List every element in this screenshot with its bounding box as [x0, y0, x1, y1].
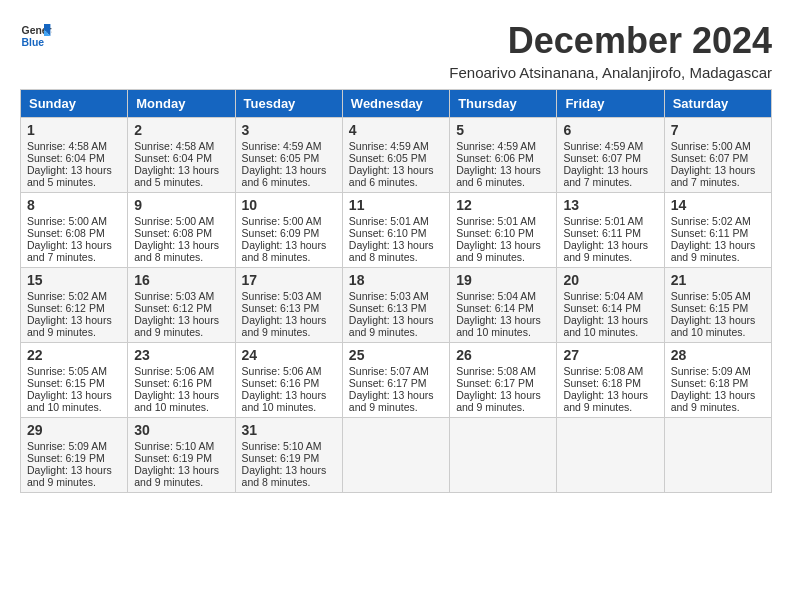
daylight-label: Daylight: 13 hours and 5 minutes. — [134, 164, 219, 188]
day-number: 28 — [671, 347, 765, 363]
header-tuesday: Tuesday — [235, 90, 342, 118]
sunset-label: Sunset: 6:05 PM — [242, 152, 320, 164]
logo: General Blue — [20, 20, 52, 52]
sunrise-label: Sunrise: 4:58 AM — [134, 140, 214, 152]
calendar-week-row: 15 Sunrise: 5:02 AM Sunset: 6:12 PM Dayl… — [21, 268, 772, 343]
day-number: 12 — [456, 197, 550, 213]
sunset-label: Sunset: 6:14 PM — [456, 302, 534, 314]
sunrise-label: Sunrise: 5:05 AM — [671, 290, 751, 302]
daylight-label: Daylight: 13 hours and 10 minutes. — [563, 314, 648, 338]
day-cell-8: 8 Sunrise: 5:00 AM Sunset: 6:08 PM Dayli… — [21, 193, 128, 268]
sunrise-label: Sunrise: 5:09 AM — [27, 440, 107, 452]
location-title: Fenoarivo Atsinanana, Analanjirofo, Mada… — [449, 64, 772, 81]
daylight-label: Daylight: 13 hours and 7 minutes. — [563, 164, 648, 188]
daylight-label: Daylight: 13 hours and 9 minutes. — [563, 389, 648, 413]
sunrise-label: Sunrise: 5:00 AM — [242, 215, 322, 227]
day-cell-10: 10 Sunrise: 5:00 AM Sunset: 6:09 PM Dayl… — [235, 193, 342, 268]
sunset-label: Sunset: 6:15 PM — [27, 377, 105, 389]
sunrise-label: Sunrise: 5:10 AM — [242, 440, 322, 452]
daylight-label: Daylight: 13 hours and 10 minutes. — [27, 389, 112, 413]
sunset-label: Sunset: 6:18 PM — [671, 377, 749, 389]
day-number: 11 — [349, 197, 443, 213]
title-area: December 2024 Fenoarivo Atsinanana, Anal… — [449, 20, 772, 81]
sunrise-label: Sunrise: 5:02 AM — [671, 215, 751, 227]
sunset-label: Sunset: 6:04 PM — [27, 152, 105, 164]
sunset-label: Sunset: 6:19 PM — [134, 452, 212, 464]
day-cell-9: 9 Sunrise: 5:00 AM Sunset: 6:08 PM Dayli… — [128, 193, 235, 268]
day-cell-26: 26 Sunrise: 5:08 AM Sunset: 6:17 PM Dayl… — [450, 343, 557, 418]
header-saturday: Saturday — [664, 90, 771, 118]
day-number: 31 — [242, 422, 336, 438]
sunset-label: Sunset: 6:11 PM — [671, 227, 749, 239]
daylight-label: Daylight: 13 hours and 8 minutes. — [349, 239, 434, 263]
day-cell-31: 31 Sunrise: 5:10 AM Sunset: 6:19 PM Dayl… — [235, 418, 342, 493]
sunrise-label: Sunrise: 4:58 AM — [27, 140, 107, 152]
day-number: 4 — [349, 122, 443, 138]
daylight-label: Daylight: 13 hours and 6 minutes. — [349, 164, 434, 188]
sunrise-label: Sunrise: 5:06 AM — [134, 365, 214, 377]
sunrise-label: Sunrise: 4:59 AM — [242, 140, 322, 152]
sunrise-label: Sunrise: 5:04 AM — [563, 290, 643, 302]
sunrise-label: Sunrise: 4:59 AM — [349, 140, 429, 152]
empty-cell — [342, 418, 449, 493]
sunset-label: Sunset: 6:12 PM — [27, 302, 105, 314]
daylight-label: Daylight: 13 hours and 9 minutes. — [456, 239, 541, 263]
sunset-label: Sunset: 6:12 PM — [134, 302, 212, 314]
daylight-label: Daylight: 13 hours and 9 minutes. — [27, 464, 112, 488]
daylight-label: Daylight: 13 hours and 10 minutes. — [456, 314, 541, 338]
day-number: 20 — [563, 272, 657, 288]
day-cell-28: 28 Sunrise: 5:09 AM Sunset: 6:18 PM Dayl… — [664, 343, 771, 418]
sunset-label: Sunset: 6:13 PM — [349, 302, 427, 314]
day-cell-24: 24 Sunrise: 5:06 AM Sunset: 6:16 PM Dayl… — [235, 343, 342, 418]
day-cell-4: 4 Sunrise: 4:59 AM Sunset: 6:05 PM Dayli… — [342, 118, 449, 193]
logo-icon: General Blue — [20, 20, 52, 52]
sunset-label: Sunset: 6:05 PM — [349, 152, 427, 164]
sunrise-label: Sunrise: 5:00 AM — [671, 140, 751, 152]
daylight-label: Daylight: 13 hours and 8 minutes. — [242, 464, 327, 488]
day-cell-23: 23 Sunrise: 5:06 AM Sunset: 6:16 PM Dayl… — [128, 343, 235, 418]
sunrise-label: Sunrise: 4:59 AM — [563, 140, 643, 152]
page-header: General Blue December 2024 Fenoarivo Ats… — [20, 20, 772, 81]
calendar-week-row: 1 Sunrise: 4:58 AM Sunset: 6:04 PM Dayli… — [21, 118, 772, 193]
sunrise-label: Sunrise: 5:01 AM — [456, 215, 536, 227]
sunrise-label: Sunrise: 5:09 AM — [671, 365, 751, 377]
daylight-label: Daylight: 13 hours and 9 minutes. — [671, 389, 756, 413]
sunset-label: Sunset: 6:08 PM — [134, 227, 212, 239]
daylight-label: Daylight: 13 hours and 9 minutes. — [349, 389, 434, 413]
sunrise-label: Sunrise: 4:59 AM — [456, 140, 536, 152]
header-monday: Monday — [128, 90, 235, 118]
sunset-label: Sunset: 6:18 PM — [563, 377, 641, 389]
calendar-table: Sunday Monday Tuesday Wednesday Thursday… — [20, 89, 772, 493]
sunset-label: Sunset: 6:16 PM — [134, 377, 212, 389]
day-number: 25 — [349, 347, 443, 363]
day-cell-22: 22 Sunrise: 5:05 AM Sunset: 6:15 PM Dayl… — [21, 343, 128, 418]
sunset-label: Sunset: 6:16 PM — [242, 377, 320, 389]
sunrise-label: Sunrise: 5:00 AM — [27, 215, 107, 227]
sunset-label: Sunset: 6:13 PM — [242, 302, 320, 314]
day-number: 15 — [27, 272, 121, 288]
day-cell-12: 12 Sunrise: 5:01 AM Sunset: 6:10 PM Dayl… — [450, 193, 557, 268]
sunset-label: Sunset: 6:19 PM — [242, 452, 320, 464]
day-number: 17 — [242, 272, 336, 288]
sunset-label: Sunset: 6:17 PM — [456, 377, 534, 389]
daylight-label: Daylight: 13 hours and 9 minutes. — [134, 464, 219, 488]
sunset-label: Sunset: 6:07 PM — [563, 152, 641, 164]
day-number: 10 — [242, 197, 336, 213]
daylight-label: Daylight: 13 hours and 9 minutes. — [349, 314, 434, 338]
daylight-label: Daylight: 13 hours and 6 minutes. — [456, 164, 541, 188]
header-thursday: Thursday — [450, 90, 557, 118]
day-cell-21: 21 Sunrise: 5:05 AM Sunset: 6:15 PM Dayl… — [664, 268, 771, 343]
day-cell-3: 3 Sunrise: 4:59 AM Sunset: 6:05 PM Dayli… — [235, 118, 342, 193]
day-number: 5 — [456, 122, 550, 138]
day-number: 13 — [563, 197, 657, 213]
daylight-label: Daylight: 13 hours and 6 minutes. — [242, 164, 327, 188]
day-number: 7 — [671, 122, 765, 138]
day-number: 29 — [27, 422, 121, 438]
sunrise-label: Sunrise: 5:08 AM — [563, 365, 643, 377]
header-wednesday: Wednesday — [342, 90, 449, 118]
sunrise-label: Sunrise: 5:03 AM — [349, 290, 429, 302]
sunset-label: Sunset: 6:11 PM — [563, 227, 641, 239]
day-number: 8 — [27, 197, 121, 213]
sunrise-label: Sunrise: 5:03 AM — [134, 290, 214, 302]
sunset-label: Sunset: 6:10 PM — [456, 227, 534, 239]
